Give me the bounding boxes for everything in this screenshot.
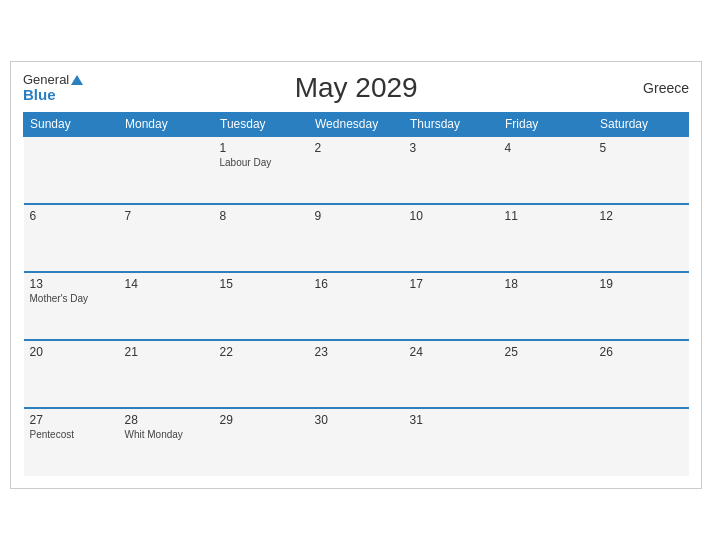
calendar-cell: 3 (404, 136, 499, 204)
calendar-cell: 26 (594, 340, 689, 408)
day-number: 10 (410, 209, 493, 223)
day-number: 22 (220, 345, 303, 359)
calendar-cell: 9 (309, 204, 404, 272)
weekday-header-monday: Monday (119, 113, 214, 137)
calendar-cell: 4 (499, 136, 594, 204)
calendar-cell: 23 (309, 340, 404, 408)
calendar-cell: 25 (499, 340, 594, 408)
day-number: 5 (600, 141, 683, 155)
day-number: 31 (410, 413, 493, 427)
calendar-cell: 20 (24, 340, 119, 408)
weekday-header-sunday: Sunday (24, 113, 119, 137)
week-row-2: 6789101112 (24, 204, 689, 272)
calendar-cell: 14 (119, 272, 214, 340)
day-number: 8 (220, 209, 303, 223)
day-number: 21 (125, 345, 208, 359)
day-number: 29 (220, 413, 303, 427)
weekday-header-tuesday: Tuesday (214, 113, 309, 137)
day-number: 28 (125, 413, 208, 427)
weekday-header-friday: Friday (499, 113, 594, 137)
week-row-4: 20212223242526 (24, 340, 689, 408)
day-number: 4 (505, 141, 588, 155)
day-event: Whit Monday (125, 429, 208, 440)
calendar-cell: 16 (309, 272, 404, 340)
day-number: 7 (125, 209, 208, 223)
calendar-cell: 31 (404, 408, 499, 476)
calendar-cell: 30 (309, 408, 404, 476)
calendar-cell: 15 (214, 272, 309, 340)
calendar-cell: 13Mother's Day (24, 272, 119, 340)
calendar-cell: 27Pentecost (24, 408, 119, 476)
calendar-cell (24, 136, 119, 204)
calendar-cell: 1Labour Day (214, 136, 309, 204)
day-number: 20 (30, 345, 113, 359)
weekday-header-wednesday: Wednesday (309, 113, 404, 137)
calendar-country: Greece (629, 80, 689, 96)
day-number: 12 (600, 209, 683, 223)
day-number: 2 (315, 141, 398, 155)
calendar-thead: SundayMondayTuesdayWednesdayThursdayFrid… (24, 113, 689, 137)
calendar-cell: 2 (309, 136, 404, 204)
day-number: 19 (600, 277, 683, 291)
calendar-cell: 19 (594, 272, 689, 340)
calendar-tbody: 1Labour Day2345678910111213Mother's Day1… (24, 136, 689, 476)
week-row-1: 1Labour Day2345 (24, 136, 689, 204)
calendar-cell: 8 (214, 204, 309, 272)
calendar-cell: 22 (214, 340, 309, 408)
calendar-title: May 2029 (83, 72, 629, 104)
day-number: 27 (30, 413, 113, 427)
calendar-cell: 5 (594, 136, 689, 204)
day-number: 11 (505, 209, 588, 223)
calendar-cell: 12 (594, 204, 689, 272)
logo-triangle-icon (71, 75, 83, 85)
calendar-cell: 21 (119, 340, 214, 408)
calendar-cell: 29 (214, 408, 309, 476)
day-number: 16 (315, 277, 398, 291)
calendar-table: SundayMondayTuesdayWednesdayThursdayFrid… (23, 112, 689, 476)
week-row-5: 27Pentecost28Whit Monday293031 (24, 408, 689, 476)
calendar-cell: 18 (499, 272, 594, 340)
day-event: Mother's Day (30, 293, 113, 304)
calendar-cell: 11 (499, 204, 594, 272)
day-event: Labour Day (220, 157, 303, 168)
calendar-header: General Blue May 2029 Greece (23, 72, 689, 104)
day-number: 3 (410, 141, 493, 155)
calendar-cell: 17 (404, 272, 499, 340)
day-number: 6 (30, 209, 113, 223)
day-number: 23 (315, 345, 398, 359)
logo-blue-text: Blue (23, 87, 83, 104)
day-event: Pentecost (30, 429, 113, 440)
day-number: 30 (315, 413, 398, 427)
day-number: 17 (410, 277, 493, 291)
week-row-3: 13Mother's Day141516171819 (24, 272, 689, 340)
calendar-cell: 7 (119, 204, 214, 272)
calendar-cell: 10 (404, 204, 499, 272)
logo: General Blue (23, 73, 83, 104)
day-number: 14 (125, 277, 208, 291)
calendar-cell (594, 408, 689, 476)
day-number: 24 (410, 345, 493, 359)
calendar-cell (119, 136, 214, 204)
day-number: 13 (30, 277, 113, 291)
calendar-container: General Blue May 2029 Greece SundayMonda… (10, 61, 702, 489)
calendar-cell: 6 (24, 204, 119, 272)
calendar-cell: 28Whit Monday (119, 408, 214, 476)
day-number: 9 (315, 209, 398, 223)
calendar-cell: 24 (404, 340, 499, 408)
day-number: 18 (505, 277, 588, 291)
day-number: 15 (220, 277, 303, 291)
logo-general-text: General (23, 73, 83, 87)
weekday-header-thursday: Thursday (404, 113, 499, 137)
weekday-header-row: SundayMondayTuesdayWednesdayThursdayFrid… (24, 113, 689, 137)
calendar-cell (499, 408, 594, 476)
day-number: 25 (505, 345, 588, 359)
day-number: 1 (220, 141, 303, 155)
day-number: 26 (600, 345, 683, 359)
weekday-header-saturday: Saturday (594, 113, 689, 137)
